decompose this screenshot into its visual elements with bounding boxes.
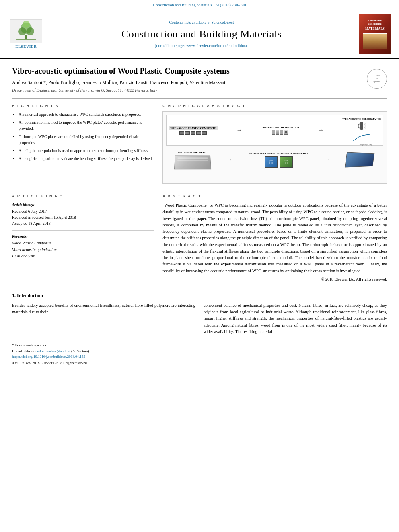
introduction-columns: Besides widely accepted benefits of envi… (12, 302, 387, 335)
graphical-abstract-box: WPC – WOOD PLASTIC COMPOSITE → (162, 111, 387, 184)
article-info-left: A R T I C L E I N F O Article history: R… (12, 194, 154, 282)
keywords-block: Keywords: Wood Plastic Composite Vibro-a… (12, 234, 154, 260)
tl-curve-svg (352, 132, 370, 143)
revised-date: Received in revised form 16 April 2018 (12, 215, 154, 220)
tl-chart: frequency [Hz] (352, 131, 372, 143)
cross-section-section: CROSS-SECTION OPTIMISATION (261, 126, 299, 135)
highlights-heading: H I G H L I G H T S (12, 103, 154, 109)
graphical-abstract-heading: G R A P H I C A L A B S T R A C T (162, 103, 387, 109)
bottom-row: ORTHOTROPIC PANEL → FEM INVESTIGATION OF… (166, 150, 383, 169)
highlights-graphical-section: H I G H L I G H T S A numerical approach… (12, 103, 387, 184)
accepted-date: Accepted 18 April 2018 (12, 221, 154, 226)
email-line: E-mail address: andrea.santoni@unife.it … (12, 349, 387, 354)
page: Construction and Building Materials 174 … (0, 0, 399, 532)
abstract-text: "Wood Plastic Composite" or WPC is becom… (162, 202, 387, 274)
article-title-text: Vibro-acoustic optimisation of Wood Plas… (12, 66, 363, 93)
fem-section: FEM INVESTIGATION OF STIFFNESS PROPERTIE… (249, 152, 308, 168)
wpc-acoustic-label: WPC ACOUSTIC PERFORMANCE (342, 117, 381, 121)
arrow-icon-1: → (237, 126, 242, 134)
list-item: An empirical equation to evaluate the be… (19, 156, 154, 162)
svg-point-2 (18, 27, 26, 35)
keywords-label: Keywords: (12, 234, 154, 239)
panel-visual (174, 155, 211, 169)
email-link[interactable]: andrea.santoni@unife.it (35, 349, 70, 353)
wpc-acoustic-section: WPC ACOUSTIC PERFORMANCE )) )) (342, 117, 381, 143)
fem-box-y: y-dirθ=90 (265, 156, 278, 168)
list-item: Orthotropic WPC plates are modelled by u… (19, 134, 154, 146)
journal-main-title: Construction and Building Materials (48, 27, 355, 41)
corresponding-author-note: * Corresponding author. (12, 343, 387, 348)
highlights-column: H I G H L I G H T S A numerical approach… (12, 103, 154, 184)
svg-point-3 (26, 27, 34, 35)
introduction-heading: 1. Introduction (12, 292, 387, 299)
orthotropic-panel-label: ORTHOTROPIC PANEL (178, 150, 207, 154)
article-info-abstract-section: A R T I C L E I N F O Article history: R… (12, 194, 387, 282)
elsevier-brand-text: ELSEVIER (15, 44, 37, 49)
deformed-panel-section (347, 153, 375, 167)
highlights-list: A numerical approach to characterise WPC… (12, 111, 154, 162)
svg-rect-0 (25, 35, 27, 39)
arrow-icon-4: → (325, 156, 330, 163)
email-label: E-mail address: (12, 349, 35, 353)
divider-after-highlights (12, 189, 387, 189)
article-content: Vibro-acoustic optimisation of Wood Plas… (0, 59, 399, 374)
deformed-panel-visual (345, 152, 374, 167)
wpc-label: WPC – WOOD PLASTIC COMPOSITE (169, 126, 218, 130)
abstract-copyright: © 2018 Elsevier Ltd. All rights reserved… (162, 277, 387, 282)
fem-visual: y-dirθ=90 x-dirθ=0 (265, 156, 293, 168)
wpc-boards-visual (179, 131, 207, 135)
intro-para-right: convenient balance of mechanical propert… (204, 302, 387, 335)
contents-available-line: Contents lists available at ScienceDirec… (48, 20, 355, 25)
article-info-heading: A R T I C L E I N F O (12, 194, 154, 199)
wpc-boards-section: WPC – WOOD PLASTIC COMPOSITE (169, 126, 218, 135)
article-authors: Andrea Santoni *, Paolo Bonfiglio, Franc… (12, 79, 363, 86)
fem-box-x: x-dirθ=0 (280, 156, 293, 168)
abstract-column: A B S T R A C T "Wood Plastic Composite"… (162, 194, 387, 282)
received-date: Received 6 July 2017 (12, 209, 154, 214)
elsevier-tree-icon (10, 19, 42, 43)
email-suffix: (A. Santoni). (71, 349, 90, 353)
arrow-icon-3: → (228, 156, 232, 163)
cross-section-label: CROSS-SECTION OPTIMISATION (261, 126, 299, 129)
elsevier-tree-svg (12, 20, 40, 41)
sound-transmission-visual: )) )) (358, 122, 366, 130)
doi-link[interactable]: https://doi.org/10.1016/j.conbuildmat.20… (12, 355, 85, 359)
list-item: A numerical approach to characterise WPC… (19, 111, 154, 117)
cross-section-visual (272, 130, 288, 135)
journal-header: ELSEVIER Contents lists available at Sci… (0, 10, 399, 59)
issn-line: 0950-0618/© 2018 Elsevier Ltd. All right… (12, 360, 387, 366)
divider-after-authors (12, 98, 387, 99)
footnote-area: * Corresponding author. E-mail address: … (12, 340, 387, 365)
check-updates-badge: Check for updates (367, 69, 387, 89)
intro-para-left: Besides widely accepted benefits of envi… (12, 302, 195, 316)
journal-info-bar: Construction and Building Materials 174 … (0, 0, 399, 10)
svg-point-4 (23, 21, 30, 28)
journal-cover-thumbnail: Construction and Building MATERIALS (359, 14, 391, 54)
article-affiliation: Department of Engineering, University of… (12, 88, 363, 93)
history-label: Article history: (12, 202, 154, 207)
abstract-heading: A B S T R A C T (162, 194, 387, 199)
list-item: An optimisation method to improve the WP… (19, 119, 154, 131)
fem-label: FEM INVESTIGATION OF STIFFNESS PROPERTIE… (249, 152, 308, 155)
sciencedirect-link[interactable]: ScienceDirect (211, 20, 234, 25)
cover-title-line2: and Building (365, 22, 385, 25)
keywords-list: Wood Plastic Composite Vibro-acoustic op… (12, 240, 154, 259)
graphical-abstract-column: G R A P H I C A L A B S T R A C T WPC – … (162, 103, 387, 184)
journal-citation: Construction and Building Materials 174 … (153, 3, 246, 7)
elsevier-logo: ELSEVIER (8, 19, 44, 49)
introduction-section: 1. Introduction Besides widely accepted … (12, 288, 387, 335)
intro-right-para: convenient balance of mechanical propert… (204, 302, 387, 335)
cover-title-line1: Construction (365, 19, 385, 22)
keyword-2: Vibro-acoustic optimisation (12, 246, 154, 253)
keyword-3: FEM analysis (12, 253, 154, 259)
check-updates-text: Check for updates (374, 74, 380, 83)
article-title: Vibro-acoustic optimisation of Wood Plas… (12, 66, 363, 76)
orthotropic-panel-section: ORTHOTROPIC PANEL (175, 150, 211, 169)
arrow-icon-2: → (318, 126, 324, 134)
keyword-1: Wood Plastic Composite (12, 240, 154, 246)
history-block: Article history: Received 6 July 2017 Re… (12, 202, 154, 226)
article-title-section: Vibro-acoustic optimisation of Wood Plas… (12, 66, 387, 93)
doi-line: https://doi.org/10.1016/j.conbuildmat.20… (12, 354, 387, 359)
journal-homepage: journal homepage: www.elsevier.com/locat… (48, 43, 355, 49)
journal-title-block: Contents lists available at ScienceDirec… (48, 20, 355, 49)
